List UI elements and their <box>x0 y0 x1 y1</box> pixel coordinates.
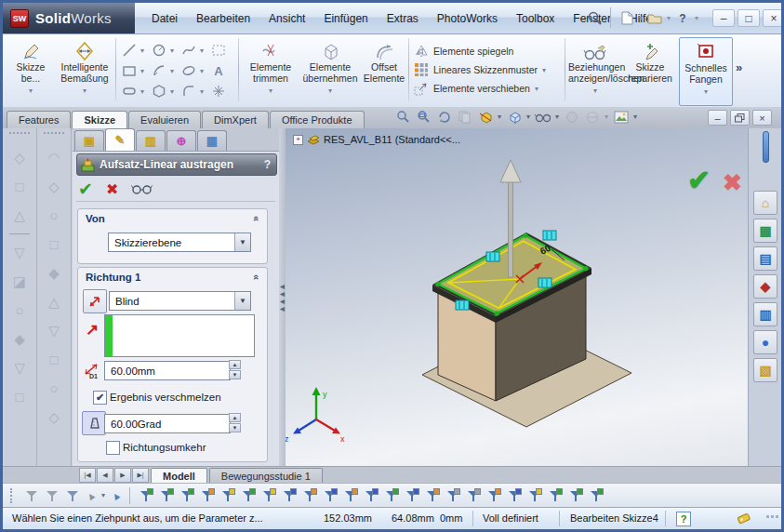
view-orientation-dropdown[interactable]: ▾ <box>526 113 530 121</box>
scene-dropdown[interactable]: ▾ <box>633 113 637 121</box>
linear-sketch-pattern-button[interactable]: Lineares Skizzenmuster ▾ <box>414 60 550 79</box>
trim-entities-button[interactable]: Elemente trimmen ▾ <box>243 37 299 104</box>
combo-arrow-icon[interactable]: ▼ <box>234 292 250 310</box>
menu-item-6[interactable]: Toolbox <box>507 9 564 28</box>
extrude-arrow-head[interactable] <box>500 160 521 182</box>
pan-view-icon[interactable] <box>457 109 472 125</box>
tab-evaluieren[interactable]: Evaluieren <box>128 111 201 128</box>
rotate-view-icon[interactable] <box>436 109 452 125</box>
smart-dimension-button[interactable]: Intelligente Bemaßung ▾ <box>56 37 113 104</box>
tab-bewegungsstudie[interactable]: Bewegungsstudie 1 <box>209 468 323 484</box>
tab-modell[interactable]: Modell <box>151 468 207 484</box>
feature-tool-icon-7[interactable]: ◆ <box>8 329 31 349</box>
tree-item-label[interactable]: RES_AVL_B11 (Standard<<... <box>324 134 460 145</box>
draft-angle-field[interactable]: 60.00Grad <box>104 414 231 433</box>
feature-tool-icon-6[interactable]: ○ <box>8 300 31 320</box>
combo-arrow-icon[interactable]: ▼ <box>234 233 250 251</box>
filter-weld-beads-icon[interactable] <box>486 488 501 503</box>
spin-up-icon[interactable]: ▲ <box>229 413 241 422</box>
display-delete-relations-button[interactable]: Beziehungen anzeigen/löschen ▾ <box>568 37 622 104</box>
trim-dropdown[interactable]: ▾ <box>243 86 299 97</box>
dimension-handle-icon[interactable] <box>486 252 499 261</box>
propertymanager-tab[interactable]: ✎ <box>105 128 135 151</box>
search-icon[interactable] <box>587 10 603 26</box>
toolbar-grip[interactable] <box>10 488 15 503</box>
menu-item-0[interactable]: Datei <box>142 9 187 28</box>
display-style-icon[interactable] <box>535 109 551 125</box>
filter-balloons-icon[interactable] <box>364 488 379 503</box>
depth-field[interactable]: 60.00mm <box>104 361 231 380</box>
filter-weld-symbols-icon[interactable] <box>466 488 481 503</box>
feature-tool-icon-1[interactable]: ◇ <box>8 148 31 167</box>
filter-dimensions-icon[interactable] <box>323 488 338 503</box>
pm-help-button[interactable]: ? <box>264 158 271 171</box>
smart-dimension-dropdown[interactable]: ▾ <box>56 86 113 97</box>
filter-solid-bodies-icon[interactable] <box>220 488 235 503</box>
confirmation-corner-cancel[interactable]: ✖ <box>723 169 742 196</box>
next-tab-icon[interactable]: ▶ <box>114 468 131 483</box>
draft-button[interactable] <box>82 411 106 435</box>
filter-faces-icon[interactable] <box>179 488 194 503</box>
filter-sketch-points-icon[interactable] <box>282 488 297 503</box>
help-button[interactable]: ? <box>674 11 691 26</box>
surface-tool-icon-8[interactable]: □ <box>43 350 65 369</box>
extrude-direction-arrow[interactable] <box>509 179 513 277</box>
tab-dimxpert[interactable]: DimXpert <box>202 111 269 128</box>
filter-connection-points-icon[interactable] <box>568 488 583 503</box>
ribbon-overflow-button[interactable]: » <box>736 60 742 74</box>
prev-tab-icon[interactable]: ◀ <box>97 468 113 483</box>
point-tool-icon[interactable] <box>209 83 228 100</box>
featuremanager-tree-tab[interactable]: ▣ <box>74 130 104 151</box>
reverse-direction-button[interactable] <box>83 289 107 313</box>
home-icon[interactable]: ⌂ <box>753 191 777 215</box>
configurationmanager-tab[interactable]: ▥ <box>136 130 166 151</box>
move-entities-button[interactable]: Elemente verschieben ▾ <box>414 79 550 98</box>
ellipse-tool-icon[interactable] <box>179 62 198 79</box>
ok-button[interactable]: ✔ <box>78 180 93 198</box>
relations-dropdown[interactable]: ▾ <box>568 86 622 97</box>
surface-tool-icon-9[interactable]: ○ <box>43 379 65 398</box>
file-explorer-icon[interactable]: ◆ <box>753 274 777 299</box>
surface-tool-icon-1[interactable]: ◠ <box>43 148 65 167</box>
surface-tool-icon-3[interactable]: ○ <box>43 206 65 225</box>
surface-tool-icon-10[interactable]: ◇ <box>43 407 65 427</box>
filter-routing-points-icon[interactable] <box>589 488 604 503</box>
selection-filter-toggle-icon[interactable] <box>24 488 39 503</box>
arc-tool-icon[interactable] <box>150 62 168 79</box>
graphics-viewport[interactable]: 60 y x <box>286 128 748 466</box>
quick-snaps-dropdown[interactable]: ▾ <box>680 86 732 98</box>
filter-surface-bodies-icon[interactable] <box>200 488 215 503</box>
circle-tool-icon[interactable] <box>150 42 168 59</box>
internet-icon[interactable]: ● <box>753 330 777 354</box>
quick-snaps-button[interactable]: Schnelles Fangen ▾ <box>679 37 733 106</box>
shadows-icon[interactable] <box>564 109 579 125</box>
dimension-handle-icon[interactable] <box>538 278 551 287</box>
filter-planes-icon[interactable] <box>261 488 276 503</box>
tab-skizze[interactable]: Skizze <box>72 111 127 128</box>
sketch-fillet-icon[interactable] <box>179 83 198 100</box>
section-view-dropdown[interactable]: ▾ <box>498 113 501 121</box>
end-condition-combo[interactable]: Blind ▼ <box>109 291 251 311</box>
tree-expand-icon[interactable]: + <box>293 135 303 145</box>
feature-tool-icon-9[interactable]: □ <box>8 387 31 406</box>
menu-item-4[interactable]: Extras <box>378 9 428 28</box>
confirmation-corner-ok[interactable]: ✔ <box>687 164 711 196</box>
appearances-icon[interactable] <box>584 109 600 125</box>
start-condition-combo[interactable]: Skizzierebene ▼ <box>108 233 251 252</box>
convert-dropdown[interactable]: ▾ <box>300 86 360 97</box>
solidworks-resources-icon[interactable]: ▦ <box>753 219 777 243</box>
dimension-handle-icon[interactable] <box>543 231 556 240</box>
open-document-icon[interactable] <box>646 11 663 26</box>
feature-tool-icon-2[interactable]: □ <box>8 177 31 196</box>
appearances-dropdown[interactable]: ▾ <box>605 113 608 121</box>
feature-tool-icon-5[interactable]: ◪ <box>8 272 31 291</box>
open-dropdown[interactable]: ▾ <box>667 14 671 22</box>
offset-entities-button[interactable]: Offset Elemente <box>362 37 406 104</box>
view-orientation-icon[interactable] <box>506 109 522 125</box>
doc-close-button[interactable]: × <box>752 110 772 126</box>
sketch-dropdown[interactable]: ▾ <box>7 86 55 97</box>
filter-centerlines-icon[interactable] <box>548 488 563 503</box>
select-other-icon[interactable]: ▲ <box>108 487 123 502</box>
filter-sketches-icon[interactable] <box>302 488 317 503</box>
feature-tool-icon-8[interactable]: ▽ <box>8 358 31 378</box>
